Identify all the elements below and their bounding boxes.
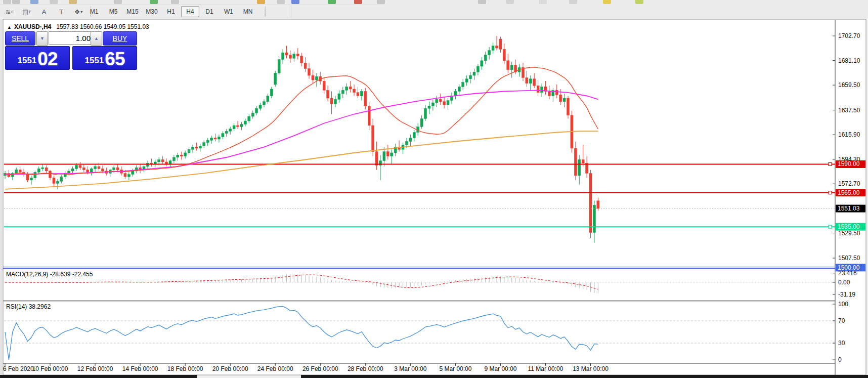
toolbar-separator <box>265 7 266 17</box>
timeframe-button-w1[interactable]: W1 <box>220 6 238 17</box>
buy-button[interactable]: BUY <box>103 31 137 46</box>
toolbar-icon-fragment[interactable] <box>277 0 285 4</box>
text-box-icon[interactable]: T <box>55 6 68 18</box>
toolbar-icon-fragment[interactable] <box>539 0 547 4</box>
sell-price-button[interactable]: 1551 02 <box>5 46 70 70</box>
toolbar-icon-fragment[interactable] <box>150 0 158 4</box>
buy-price-button[interactable]: 1551 65 <box>72 46 137 70</box>
chart-title: ▲XAUUSD-,H41557.83 1560.66 1549.05 1551.… <box>7 23 149 30</box>
collapse-panel-icon[interactable]: ▲ <box>7 25 12 30</box>
forecast-icon[interactable]: ▤F <box>20 6 33 18</box>
timeframe-button-m5[interactable]: M5 <box>104 6 122 17</box>
buy-price-pips: 65 <box>105 50 124 68</box>
toolbar-icon-fragment[interactable] <box>30 0 38 4</box>
toolbar-icon-fragment[interactable] <box>506 0 514 4</box>
text-annotation-icon[interactable]: A <box>37 6 51 18</box>
sell-button[interactable]: SELL <box>5 31 35 46</box>
volume-decrease-button[interactable]: ▼ <box>36 31 48 46</box>
toolbar-icon-fragment[interactable] <box>354 0 362 4</box>
price-axis[interactable] <box>836 21 866 363</box>
bottom-screen-edge <box>0 375 868 378</box>
experts-icon[interactable]: ≋E <box>3 6 16 18</box>
toolbar-icon-fragment[interactable] <box>50 0 58 4</box>
timeframe-button-d1[interactable]: D1 <box>200 6 219 17</box>
toolbar-icon-fragment[interactable] <box>171 0 179 4</box>
timeframe-button-h1[interactable]: H1 <box>162 6 180 17</box>
sell-price-base: 1551 <box>18 53 37 68</box>
time-axis[interactable] <box>4 363 835 374</box>
volume-increase-button[interactable]: ▲ <box>91 31 102 46</box>
ohlc-values: 1557.83 1560.66 1549.05 1551.03 <box>56 23 149 30</box>
timeframe-button-h4[interactable]: H4 <box>181 6 199 17</box>
rsi-indicator-label: RSI(14) 38.2962 <box>6 303 51 310</box>
timeframe-button-m1[interactable]: M1 <box>85 6 103 17</box>
mt4-application-window: ≋E▤FAT❖▾ M1M5M15M30H1H4D1W1MN 1702.70168… <box>0 0 868 378</box>
toolbar-icon-fragment[interactable] <box>257 0 265 4</box>
one-click-trading-panel: SELL ▼ ▲ BUY 1551 02 1551 65 <box>5 31 137 68</box>
toolbar-icon-fragment[interactable] <box>603 0 611 4</box>
toolbar-icon-group: ≋E▤FAT❖▾ <box>3 6 93 18</box>
toolbar-icon-fragment[interactable] <box>12 0 20 4</box>
volume-input[interactable] <box>49 31 94 45</box>
objects-icon[interactable]: ❖▾ <box>72 6 85 18</box>
toolbar-icon-fragment[interactable] <box>377 0 385 4</box>
toolbar-icon-fragment[interactable] <box>569 0 577 4</box>
timeframe-toolbar: M1M5M15M30H1H4D1W1MN <box>85 6 268 17</box>
chart-plot-area[interactable] <box>4 21 835 363</box>
toolbar-icon-fragment[interactable] <box>3 0 11 4</box>
sell-price-pips: 02 <box>37 50 57 68</box>
timeframe-button-m30[interactable]: M30 <box>143 6 161 17</box>
toolbar-icon-fragment[interactable] <box>69 0 77 4</box>
timeframe-button-mn[interactable]: MN <box>239 6 257 17</box>
toolbar: ≋E▤FAT❖▾ M1M5M15M30H1H4D1W1MN <box>0 0 868 18</box>
macd-indicator-label: MACD(12,26,9) -28.639 -22.455 <box>6 271 93 278</box>
toolbar-icon-fragment[interactable] <box>114 0 122 4</box>
buy-price-base: 1551 <box>85 53 104 68</box>
symbol-period-label: XAUUSD-,H4 <box>14 23 51 30</box>
toolbar-icon-fragment[interactable] <box>478 0 486 4</box>
toolbar-icon-fragment[interactable] <box>328 0 336 4</box>
timeframe-button-m15[interactable]: M15 <box>123 6 142 17</box>
toolbar-icon-fragment[interactable] <box>635 0 643 4</box>
toolbar-icon-fragment[interactable] <box>291 0 299 4</box>
